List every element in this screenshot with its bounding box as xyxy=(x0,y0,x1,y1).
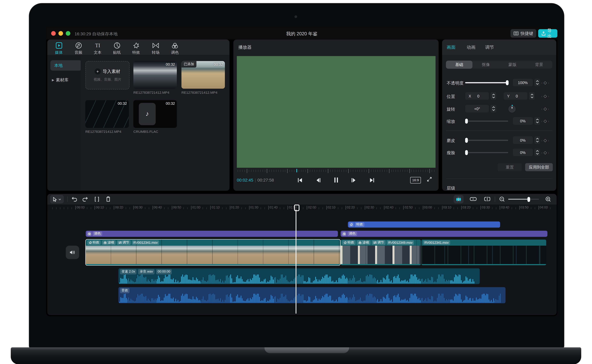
slim-face-keyframe-control[interactable]: ‹◇› xyxy=(541,150,549,155)
split-clip-button[interactable] xyxy=(94,196,100,202)
link-clips-button[interactable] xyxy=(470,197,477,201)
keyframe-diamond-icon[interactable]: ◇ xyxy=(544,94,547,99)
ruler-tick xyxy=(403,206,404,209)
slim-face-stepper[interactable] xyxy=(534,149,540,156)
opacity-value[interactable]: 100% xyxy=(513,79,533,86)
smooth-skin-slider[interactable] xyxy=(465,140,508,141)
ruler-time-label: 01:40 xyxy=(269,205,278,209)
playhead-handle[interactable] xyxy=(294,205,300,211)
ruler-time-label: 04:00 xyxy=(540,205,548,209)
rotation-dial[interactable] xyxy=(509,105,516,112)
skip-start-button[interactable] xyxy=(298,177,303,182)
split-preview-button[interactable] xyxy=(484,196,491,202)
redo-button[interactable] xyxy=(83,196,88,202)
video-clip-1[interactable]: 特效 滤镜 调节 RV0012341.mov xyxy=(86,240,340,265)
playhead-line[interactable] xyxy=(296,210,296,314)
slim-face-value[interactable]: 0% xyxy=(513,149,533,156)
tab-media[interactable]: 媒体 xyxy=(50,42,67,55)
divider xyxy=(495,196,495,202)
timeline-zoom-slider[interactable] xyxy=(508,199,539,200)
tab-audio[interactable]: 音频 xyxy=(70,42,87,55)
keyframe-diamond-icon[interactable]: ◇ xyxy=(544,138,547,143)
pause-button[interactable] xyxy=(334,177,338,183)
export-button[interactable]: 导出 xyxy=(538,29,557,38)
scale-stepper[interactable] xyxy=(534,117,540,125)
snap-toggle-button[interactable] xyxy=(454,195,464,203)
position-y-field[interactable]: Y0 xyxy=(504,92,527,100)
delete-button[interactable] xyxy=(106,196,111,202)
position-keyframe-control[interactable]: ‹◇› xyxy=(541,94,549,99)
subtab-mask[interactable]: 蒙版 xyxy=(499,61,526,69)
smooth-skin-stepper[interactable] xyxy=(534,136,540,144)
scale-keyframe-control[interactable]: ‹◇› xyxy=(541,119,549,124)
subtab-basic[interactable]: 基础 xyxy=(446,61,472,69)
scale-value[interactable]: 0% xyxy=(513,117,533,125)
timeline-ruler[interactable]: 00:0000:1000:2000:3000:4000:5001:0001:10… xyxy=(47,205,557,211)
rotation-keyframe-control[interactable]: ‹◇› xyxy=(541,106,549,111)
media-item-audio[interactable]: ♪ 00:32 xyxy=(134,100,177,128)
audio-clip-sfx[interactable]: 音效 xyxy=(118,287,505,303)
sidebar-item-local[interactable]: 本地 xyxy=(50,60,81,71)
shortcuts-button[interactable]: 快捷键 xyxy=(511,29,536,38)
prev-frame-button[interactable] xyxy=(316,177,321,182)
media-item-video-3[interactable]: 00:32 xyxy=(85,100,129,128)
video-clip-2[interactable]: 特效 滤镜 调节 RV0012349.mov xyxy=(341,240,421,265)
position-x-field[interactable]: X0 xyxy=(465,92,489,100)
next-frame-button[interactable] xyxy=(351,177,356,182)
position-x-stepper[interactable] xyxy=(491,92,496,100)
smooth-skin-value[interactable]: 0% xyxy=(513,136,533,144)
ruler-tick xyxy=(369,207,369,209)
undo-button[interactable] xyxy=(71,196,77,202)
scrubber-tick xyxy=(305,170,306,172)
ruler-time-label: 00:40 xyxy=(154,205,162,209)
smooth-skin-keyframe-control[interactable]: ‹◇› xyxy=(541,138,549,143)
ruler-tick xyxy=(237,207,238,209)
audio-clip-recording[interactable]: 变速 2.0x 录音.wav 00:00:00 xyxy=(118,268,480,284)
apply-to-all-button[interactable]: 应用到全部 xyxy=(525,163,553,171)
color-track-bar-1[interactable]: 调色 xyxy=(86,231,338,237)
player-timecode: 00:02:45|00:27:58 xyxy=(237,178,274,182)
import-material-card[interactable]: +导入素材 视频、音频、图片 xyxy=(85,61,130,89)
rotation-stepper[interactable] xyxy=(491,105,496,112)
ruler-tick xyxy=(388,207,388,209)
reset-button[interactable]: 重置 xyxy=(497,163,522,171)
rotation-field[interactable]: +0° xyxy=(465,105,489,112)
aspect-ratio-button[interactable]: 16:9 xyxy=(410,177,421,183)
ruler-tick xyxy=(523,207,524,209)
tab-sticker[interactable]: 贴纸 xyxy=(108,42,125,55)
player-scrubber[interactable] xyxy=(237,169,436,174)
tab-picture[interactable]: 画面 xyxy=(447,45,456,50)
fullscreen-icon[interactable] xyxy=(427,176,432,182)
opacity-slider[interactable] xyxy=(465,82,508,83)
zoom-in-button[interactable] xyxy=(545,196,551,202)
zoom-slider-knob[interactable] xyxy=(527,197,530,202)
tab-text[interactable]: TI 文本 xyxy=(89,42,106,55)
zoom-out-button[interactable] xyxy=(499,196,505,202)
ruler-tick xyxy=(311,207,311,209)
subtab-chroma[interactable]: 抠像 xyxy=(473,61,499,69)
tab-transitions[interactable]: 转场 xyxy=(147,42,164,55)
scale-slider[interactable] xyxy=(465,121,508,122)
track-mute-button[interactable] xyxy=(66,246,79,259)
sidebar-item-library[interactable]: ▶ 素材库 xyxy=(50,75,79,85)
media-item-video-2[interactable]: 已添加 00:32 xyxy=(182,61,225,89)
keyframe-diamond-icon[interactable]: ◇ xyxy=(544,106,547,111)
tab-adjust[interactable]: 调节 xyxy=(485,45,494,50)
slim-face-slider[interactable] xyxy=(465,152,508,153)
effect-track-bar[interactable]: 特效 xyxy=(348,221,500,228)
subtab-background[interactable]: 背景 xyxy=(526,61,552,69)
video-clip-3[interactable]: RV0012341.mov xyxy=(421,240,546,265)
opacity-keyframe-control[interactable]: ‹◇› xyxy=(541,80,549,85)
keyframe-diamond-icon[interactable]: ◇ xyxy=(544,150,547,155)
color-track-bar-2[interactable]: 调色 xyxy=(341,231,547,237)
keyframe-diamond-icon[interactable]: ◇ xyxy=(544,119,547,124)
select-tool-button[interactable] xyxy=(50,195,64,203)
tab-effects[interactable]: 特效 xyxy=(128,42,144,55)
tab-color[interactable]: 调色 xyxy=(166,42,183,55)
media-item-video-1[interactable]: 00:32 xyxy=(134,61,177,89)
position-y-stepper[interactable] xyxy=(529,92,535,100)
skip-end-button[interactable] xyxy=(369,177,374,182)
opacity-stepper[interactable] xyxy=(534,79,540,86)
keyframe-diamond-icon[interactable]: ◇ xyxy=(544,80,547,85)
tab-animation[interactable]: 动画 xyxy=(467,45,476,50)
